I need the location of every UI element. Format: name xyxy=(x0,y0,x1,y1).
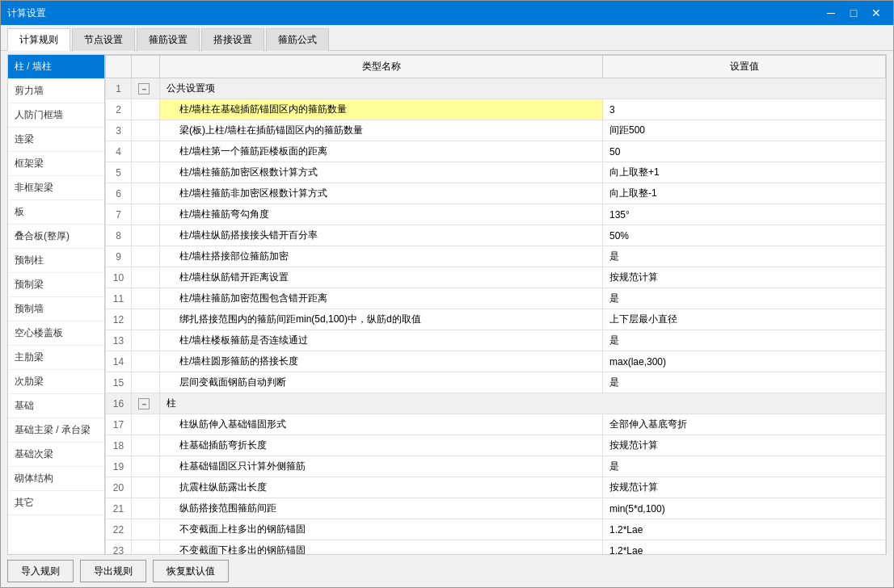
row-value[interactable]: 按规范计算 xyxy=(603,477,886,498)
row-value[interactable]: 是 xyxy=(603,246,886,267)
sidebar-item-hollow-slab[interactable]: 空心楼盖板 xyxy=(8,321,104,346)
row-value[interactable]: 全部伸入基底弯折 xyxy=(603,414,886,435)
col-name-header: 类型名称 xyxy=(160,56,603,78)
row-name: 柱/墙柱楼板箍筋是否连续通过 xyxy=(160,330,603,351)
table-row[interactable]: 6 柱/墙柱箍筋非加密区根数计算方式 向上取整-1 xyxy=(106,183,886,204)
row-toggle-cell xyxy=(132,99,160,120)
row-toggle-cell xyxy=(132,540,160,555)
section-toggle-icon[interactable]: － xyxy=(138,83,150,94)
row-value[interactable]: min(5*d,100) xyxy=(603,498,886,519)
close-button[interactable]: ✕ xyxy=(866,5,887,21)
table-row[interactable]: 5 柱/墙柱箍筋加密区根数计算方式 向上取整+1 xyxy=(106,162,886,183)
table-row[interactable]: 8 柱/墙柱纵筋搭接接头错开百分率 50% xyxy=(106,225,886,246)
row-toggle-cell xyxy=(132,267,160,288)
row-toggle-cell xyxy=(132,330,160,351)
row-value[interactable]: 50 xyxy=(603,141,886,162)
row-name: 柱/墙柱第一个箍筋距楼板面的距离 xyxy=(160,141,603,162)
row-value[interactable]: 是 xyxy=(603,372,886,393)
main-content: 柱 / 墙柱 剪力墙 人防门框墙 连梁 框架梁 非框架梁 板 叠合板(整厚) 预… xyxy=(7,54,887,555)
sidebar-item-non-frame-beam[interactable]: 非框架梁 xyxy=(8,176,104,200)
row-value[interactable]: 是 xyxy=(603,456,886,477)
table-row[interactable]: 18 柱基础插筋弯折长度 按规范计算 xyxy=(106,435,886,456)
sidebar-item-main-rib[interactable]: 主肋梁 xyxy=(8,346,104,370)
sidebar-item-shear-wall[interactable]: 剪力墙 xyxy=(8,79,104,103)
maximize-button[interactable]: □ xyxy=(843,5,864,21)
row-value[interactable]: 向上取整+1 xyxy=(603,162,886,183)
tab-stirrup-settings[interactable]: 箍筋设置 xyxy=(137,28,200,51)
import-rules-button[interactable]: 导入规则 xyxy=(7,560,74,582)
table-row[interactable]: 12 绑扎搭接范围内的箍筋间距min(5d,100)中，纵筋d的取值 上下层最小… xyxy=(106,309,886,330)
table-row[interactable]: 10 柱/墙柱纵筋错开距离设置 按规范计算 xyxy=(106,267,886,288)
row-num: 10 xyxy=(106,267,132,288)
row-num: 23 xyxy=(106,540,132,555)
table-row[interactable]: 2 柱/墙柱在基础插筋锚固区内的箍筋数量 3 xyxy=(106,99,886,120)
row-toggle[interactable]: － xyxy=(132,78,160,99)
row-value[interactable]: 按规范计算 xyxy=(603,267,886,288)
table-row[interactable]: 19 柱基础锚固区只计算外侧箍筋 是 xyxy=(106,456,886,477)
row-num: 17 xyxy=(106,414,132,435)
row-value[interactable]: 1.2*Lae xyxy=(603,519,886,540)
table-row[interactable]: 20 抗震柱纵筋露出长度 按规范计算 xyxy=(106,477,886,498)
sidebar-item-coupling-beam[interactable]: 连梁 xyxy=(8,128,104,152)
row-num: 2 xyxy=(106,99,132,120)
title-controls: ─ □ ✕ xyxy=(820,5,887,21)
sidebar-item-others[interactable]: 其它 xyxy=(8,491,104,515)
row-toggle-cell xyxy=(132,414,160,435)
sidebar-item-foundation[interactable]: 基础 xyxy=(8,394,104,418)
row-value[interactable]: 1.2*Lae xyxy=(603,540,886,555)
row-name: 柱/墙柱纵筋错开距离设置 xyxy=(160,267,603,288)
table-row[interactable]: 23 不变截面下柱多出的钢筋锚固 1.2*Lae xyxy=(106,540,886,555)
table-row[interactable]: 17 柱纵筋伸入基础锚固形式 全部伸入基底弯折 xyxy=(106,414,886,435)
tab-node-settings[interactable]: 节点设置 xyxy=(72,28,135,51)
row-num: 5 xyxy=(106,162,132,183)
row-name: 抗震柱纵筋露出长度 xyxy=(160,477,603,498)
sidebar-item-slab[interactable]: 板 xyxy=(8,200,104,225)
row-value[interactable]: 按规范计算 xyxy=(603,435,886,456)
sidebar-item-precast-wall[interactable]: 预制墙 xyxy=(8,297,104,321)
tab-stirrup-formula[interactable]: 箍筋公式 xyxy=(266,28,329,51)
sidebar-item-frame-beam[interactable]: 框架梁 xyxy=(8,152,104,176)
sidebar-item-precast-column[interactable]: 预制柱 xyxy=(8,249,104,273)
reset-defaults-button[interactable]: 恢复默认值 xyxy=(153,560,229,582)
settings-table: 类型名称 设置值 1 － 公共设置项 2 柱/墙柱在基础插筋锚固区内的箍筋数量 … xyxy=(105,55,886,554)
row-value[interactable]: 50% xyxy=(603,225,886,246)
sidebar-item-masonry[interactable]: 砌体结构 xyxy=(8,467,104,491)
row-value[interactable]: 3 xyxy=(603,99,886,120)
minimize-button[interactable]: ─ xyxy=(820,5,841,21)
sidebar-item-civil-defense[interactable]: 人防门框墙 xyxy=(8,103,104,128)
row-toggle[interactable]: － xyxy=(132,393,160,414)
sidebar-item-column-wall[interactable]: 柱 / 墙柱 xyxy=(8,55,104,79)
sidebar-item-composite-slab[interactable]: 叠合板(整厚) xyxy=(8,225,104,249)
sidebar-item-foundation-main-beam[interactable]: 基础主梁 / 承台梁 xyxy=(8,418,104,443)
table-row[interactable]: 11 柱/墙柱箍筋加密范围包含错开距离 是 xyxy=(106,288,886,309)
row-value[interactable]: max(lae,300) xyxy=(603,351,886,372)
row-value[interactable]: 是 xyxy=(603,288,886,309)
sidebar-item-secondary-rib[interactable]: 次肋梁 xyxy=(8,370,104,394)
table-row[interactable]: 9 柱/墙柱搭接部位箍筋加密 是 xyxy=(106,246,886,267)
col-toggle-header xyxy=(132,56,160,78)
section-toggle-icon[interactable]: － xyxy=(138,398,150,410)
export-rules-button[interactable]: 导出规则 xyxy=(80,560,146,582)
table-row[interactable]: 14 柱/墙柱圆形箍筋的搭接长度 max(lae,300) xyxy=(106,351,886,372)
row-name: 柱/墙柱圆形箍筋的搭接长度 xyxy=(160,351,603,372)
table-row[interactable]: 22 不变截面上柱多出的钢筋锚固 1.2*Lae xyxy=(106,519,886,540)
row-value[interactable]: 间距500 xyxy=(603,120,886,141)
tab-calc-rules[interactable]: 计算规则 xyxy=(7,28,70,51)
row-num: 13 xyxy=(106,330,132,351)
table-row[interactable]: 3 梁(板)上柱/墙柱在插筋锚固区内的箍筋数量 间距500 xyxy=(106,120,886,141)
table-row[interactable]: 21 纵筋搭接范围箍筋间距 min(5*d,100) xyxy=(106,498,886,519)
row-value[interactable]: 是 xyxy=(603,330,886,351)
table-row[interactable]: 15 层间变截面钢筋自动判断 是 xyxy=(106,372,886,393)
row-value[interactable]: 向上取整-1 xyxy=(603,183,886,204)
table-row[interactable]: 4 柱/墙柱第一个箍筋距楼板面的距离 50 xyxy=(106,141,886,162)
tab-lap-settings[interactable]: 搭接设置 xyxy=(201,28,264,51)
row-name: 柱基础插筋弯折长度 xyxy=(160,435,603,456)
sidebar-item-precast-beam[interactable]: 预制梁 xyxy=(8,273,104,297)
table-row[interactable]: 13 柱/墙柱楼板箍筋是否连续通过 是 xyxy=(106,330,886,351)
row-toggle-cell xyxy=(132,351,160,372)
row-value[interactable]: 上下层最小直径 xyxy=(603,309,886,330)
sidebar-item-foundation-secondary-beam[interactable]: 基础次梁 xyxy=(8,443,104,467)
row-value[interactable]: 135° xyxy=(603,204,886,225)
row-name: 柱/墙柱在基础插筋锚固区内的箍筋数量 xyxy=(160,99,603,120)
table-row[interactable]: 7 柱/墙柱箍筋弯勾角度 135° xyxy=(106,204,886,225)
